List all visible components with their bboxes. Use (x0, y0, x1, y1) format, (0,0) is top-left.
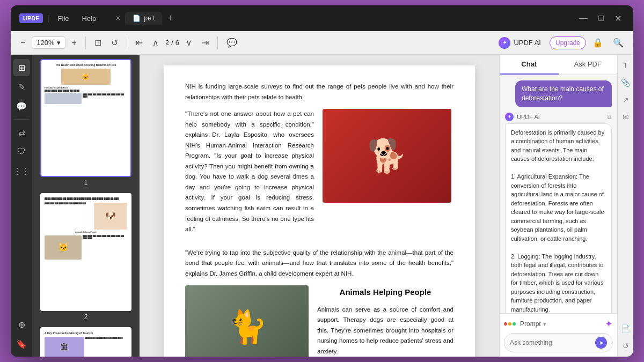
thumbnail-item-1: The Health and Mood-Boosting Benefits of… (36, 59, 135, 187)
title-divider: | (47, 14, 49, 23)
dot-green (513, 322, 516, 326)
ai-side-attachment-icon[interactable]: 📎 (619, 76, 632, 89)
thumbnail-2[interactable]: ████ ███ ████ ██ ████ ███ ████ ████ ███ … (40, 193, 131, 311)
ai-label: UPDF AI (514, 39, 541, 47)
pdf-cat-image: 🐈 (185, 285, 309, 357)
lock-button[interactable]: 🔒 (589, 35, 606, 50)
thumbnail-num-1: 1 (84, 179, 88, 187)
updf-logo: UPDF (19, 13, 43, 23)
dot-yellow (508, 322, 511, 326)
upgrade-button[interactable]: Upgrade (550, 36, 586, 49)
ai-side-refresh-icon[interactable]: ↺ (620, 339, 631, 352)
nav-first-button[interactable]: ⇤ (133, 35, 146, 50)
sidebar-bookmark-icon[interactable]: 🔖 (13, 335, 30, 352)
sidebar-convert-icon[interactable]: ⇄ (13, 124, 30, 141)
updf-ai-button[interactable]: ✦ UPDF AI (493, 34, 546, 51)
ai-icon: ✦ (499, 37, 510, 49)
nav-up-button[interactable]: ∧ (149, 35, 162, 50)
tab-add-button[interactable]: + (164, 12, 177, 25)
thumbnail-item-3: A Key Phase in the History of Tourism 🏛 … (36, 327, 135, 357)
minimize-button[interactable]: — (576, 12, 591, 25)
user-message: What are the main causes of deforestatio… (515, 80, 612, 107)
dot-red (504, 322, 507, 326)
page-display: 2 / 6 (165, 39, 179, 47)
ai-side-doc-icon[interactable]: 📄 (619, 322, 632, 335)
ai-response: ✦ UPDF AI ⧉ Deforestation is primarily c… (505, 113, 612, 313)
pdf-para-4: Animals can serve as a source of comfort… (317, 305, 453, 357)
pdf-para-2: "There's not one answer about how a pet … (185, 109, 314, 235)
prompt-chevron-icon: ▾ (543, 321, 546, 328)
maximize-button[interactable]: □ (595, 12, 607, 25)
tab-close-icon[interactable]: ✕ (113, 13, 123, 23)
title-bar-left: UPDF | File Help (19, 12, 100, 25)
pdf-col-left: "There's not one answer about how a pet … (185, 109, 314, 241)
ai-response-text: Deforestation is primarily caused by a c… (505, 123, 612, 313)
ai-side-icons: T 📎 ↗ ✉ 📄 ↺ (617, 55, 633, 357)
ai-panel: Chat Ask PDF What are the main causes of… (499, 55, 617, 357)
ai-side-ocr-icon[interactable]: T (621, 59, 630, 72)
sidebar-divider (13, 119, 30, 120)
sidebar-edit-icon[interactable]: ✎ (13, 78, 30, 95)
send-button[interactable]: ➤ (595, 337, 607, 349)
tab-item[interactable]: 📄 pe t (125, 12, 162, 25)
copy-button[interactable]: ⧉ (607, 113, 612, 121)
ai-side-share-icon[interactable]: ↗ (620, 93, 631, 106)
tab-bar: ✕ 📄 pe t + (113, 12, 569, 25)
thumbnail-num-2: 2 (84, 313, 88, 321)
pdf-section-row: 🐈 Animals Helping People Animals can ser… (185, 285, 453, 357)
nav-last-button[interactable]: ⇥ (199, 35, 212, 50)
zoom-in-button[interactable]: + (69, 36, 80, 50)
pdf-page: NIH is funding large-scale surveys to fi… (164, 65, 475, 357)
main-content: ⊞ ✎ 💬 ⇄ 🛡 ⋮⋮ ⊕ 🔖 The Health and Mood-Boo… (11, 55, 633, 357)
pdf-para-3: "We're trying to tap into the subjective… (185, 248, 453, 279)
title-bar: UPDF | File Help ✕ 📄 pe t + — □ ✕ (11, 5, 633, 31)
help-menu[interactable]: Help (78, 12, 101, 25)
prompt-text: Prompt (520, 320, 541, 328)
ai-response-header: ✦ UPDF AI ⧉ (505, 113, 612, 121)
zoom-display[interactable]: 120% ▾ (32, 36, 65, 49)
pdf-area[interactable]: NIH is funding large-scale surveys to fi… (140, 55, 499, 357)
thumbnail-3[interactable]: A Key Phase in the History of Tourism 🏛 … (40, 327, 131, 357)
tab-label: pe t (144, 14, 155, 22)
pdf-text: NIH is funding large-scale surveys to fi… (185, 82, 453, 357)
file-menu[interactable]: File (54, 12, 74, 25)
divider-1 (85, 36, 86, 49)
app-window: UPDF | File Help ✕ 📄 pe t + — □ ✕ − 120%… (11, 5, 633, 357)
page-sep: / (171, 39, 173, 47)
sidebar-protect-icon[interactable]: 🛡 (13, 143, 30, 160)
sidebar-comment-icon[interactable]: 💬 (13, 98, 30, 115)
thumbnail-item-2: ████ ███ ████ ██ ████ ███ ████ ████ ███ … (36, 193, 135, 321)
pdf-para-1: NIH is funding large-scale surveys to fi… (185, 82, 453, 102)
prompt-header: Prompt ▾ ✦ (504, 318, 613, 330)
fit-page-button[interactable]: ⊡ (91, 35, 105, 50)
pdf-section-text: Animals Helping People Animals can serve… (317, 285, 453, 357)
divider-3 (217, 36, 218, 49)
ai-sparkle-icon: ✦ (605, 318, 613, 330)
divider-2 (127, 36, 127, 49)
tab-ask-pdf[interactable]: Ask PDF (559, 55, 618, 75)
close-button[interactable]: ✕ (611, 12, 625, 25)
ai-side-stamp-icon[interactable]: ✉ (620, 110, 631, 123)
sidebar-layers-icon[interactable]: ⊕ (13, 316, 30, 333)
tab-chat[interactable]: Chat (500, 55, 559, 75)
comment-toolbar-button[interactable]: 💬 (223, 35, 240, 50)
pdf-two-col: "There's not one answer about how a pet … (185, 109, 453, 241)
search-button[interactable]: 🔍 (610, 35, 627, 50)
prompt-label: Prompt ▾ (504, 320, 546, 328)
pdf-col-right: 🐕 (323, 109, 453, 241)
prompt-dots-icon (504, 322, 516, 326)
sidebar-organize-icon[interactable]: ⋮⋮ (13, 162, 30, 180)
ai-name: UPDF AI (517, 114, 540, 120)
pdf-section-title: Animals Helping People (317, 285, 453, 299)
rotate-button[interactable]: ↺ (108, 35, 121, 50)
zoom-out-button[interactable]: − (17, 36, 28, 50)
prompt-input[interactable] (510, 339, 592, 346)
prompt-input-row: ➤ (504, 333, 613, 352)
pet-image: 🐕 (323, 109, 451, 203)
zoom-level: 120% (36, 39, 54, 47)
zoom-chevron: ▾ (57, 39, 61, 47)
thumbnail-1[interactable]: The Health and Mood-Boosting Benefits of… (40, 59, 131, 177)
nav-down-button[interactable]: ∨ (182, 35, 195, 50)
left-sidebar-icons: ⊞ ✎ 💬 ⇄ 🛡 ⋮⋮ ⊕ 🔖 (11, 55, 32, 357)
sidebar-pages-icon[interactable]: ⊞ (13, 59, 30, 76)
